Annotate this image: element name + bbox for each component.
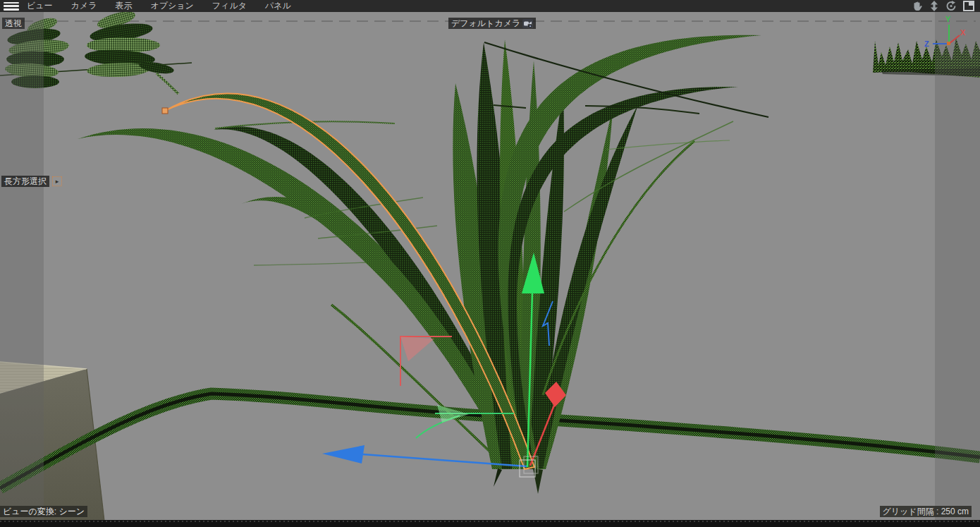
pan-hand-icon[interactable]: [912, 1, 923, 11]
active-tool-widget[interactable]: 長方形選択 ▸: [1, 176, 62, 187]
axis-label-z: Z: [924, 40, 929, 48]
menu-panel[interactable]: パネル: [264, 0, 293, 12]
projection-label: 透視: [2, 18, 25, 29]
status-grid-spacing: グリッド間隔 : 250 cm: [880, 506, 972, 517]
hamburger-menu-icon[interactable]: [4, 2, 19, 11]
selected-point-handle[interactable]: [162, 108, 168, 114]
axis-label-y: Y: [945, 15, 951, 23]
axis-label-x: X: [960, 28, 966, 37]
left-shade-band: [0, 12, 44, 520]
menu-filter[interactable]: フィルタ: [211, 0, 248, 12]
flyout-arrow-icon[interactable]: ▸: [52, 176, 62, 186]
zoom-dolly-icon[interactable]: [929, 1, 939, 11]
toggle-layout-icon[interactable]: [963, 1, 974, 11]
view-control-icons: [912, 1, 974, 11]
menu-options[interactable]: オプション: [149, 0, 195, 12]
menu-items: ビュー カメラ 表示 オプション フィルタ パネル: [25, 0, 293, 12]
3d-app-window: Y X Z ビュー カメラ 表示 オプション フィルタ パネル: [0, 0, 980, 527]
menu-view[interactable]: ビュー: [25, 0, 54, 12]
camera-label: デフォルトカメラ: [451, 18, 520, 29]
camera-selector[interactable]: デフォルトカメラ: [448, 18, 536, 29]
rotate-view-icon[interactable]: [945, 1, 957, 11]
viewport-canvas[interactable]: Y X Z: [0, 0, 980, 527]
bottom-bar: [0, 520, 980, 527]
menu-display[interactable]: 表示: [114, 0, 133, 12]
status-view-transform: ビューの変換: シーン: [0, 506, 87, 517]
camera-icon[interactable]: [522, 19, 533, 28]
tool-label: 長方形選択: [1, 176, 49, 187]
menu-camera[interactable]: カメラ: [70, 0, 99, 12]
right-shade-band: [935, 12, 980, 520]
viewport-menubar: ビュー カメラ 表示 オプション フィルタ パネル: [0, 0, 980, 12]
